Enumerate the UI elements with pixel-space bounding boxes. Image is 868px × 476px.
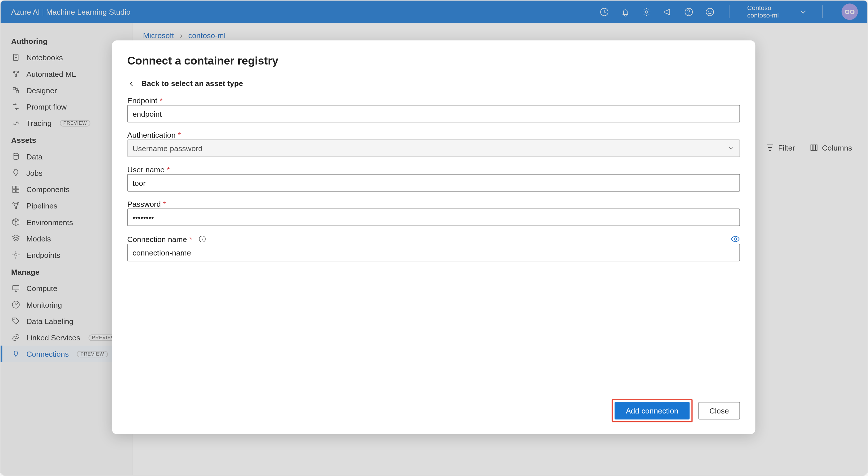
connection-name-label: Connection name* — [127, 234, 740, 244]
auth-label: Authentication* — [127, 131, 740, 140]
modal-footer: Add connection Close — [127, 399, 740, 422]
password-label: Password* — [127, 200, 740, 209]
eye-icon[interactable] — [731, 234, 740, 244]
endpoint-input[interactable] — [127, 105, 740, 123]
svg-point-29 — [734, 238, 737, 240]
info-icon[interactable] — [198, 235, 206, 243]
chevron-down-icon — [727, 145, 735, 152]
close-button[interactable]: Close — [699, 402, 740, 419]
add-connection-button[interactable]: Add connection — [615, 402, 689, 419]
username-label: User name* — [127, 165, 740, 174]
auth-select[interactable]: Username password — [127, 139, 740, 157]
connection-name-input[interactable] — [127, 244, 740, 261]
username-input[interactable] — [127, 174, 740, 192]
password-input[interactable] — [127, 208, 740, 226]
auth-select-value: Username password — [133, 144, 203, 153]
back-link[interactable]: Back to select an asset type — [127, 79, 740, 88]
back-link-label: Back to select an asset type — [141, 79, 243, 88]
connect-registry-modal: Connect a container registry Back to sel… — [112, 40, 755, 434]
endpoint-label: Endpoint* — [127, 96, 740, 105]
tutorial-highlight: Add connection — [612, 399, 692, 422]
modal-title: Connect a container registry — [127, 55, 740, 67]
